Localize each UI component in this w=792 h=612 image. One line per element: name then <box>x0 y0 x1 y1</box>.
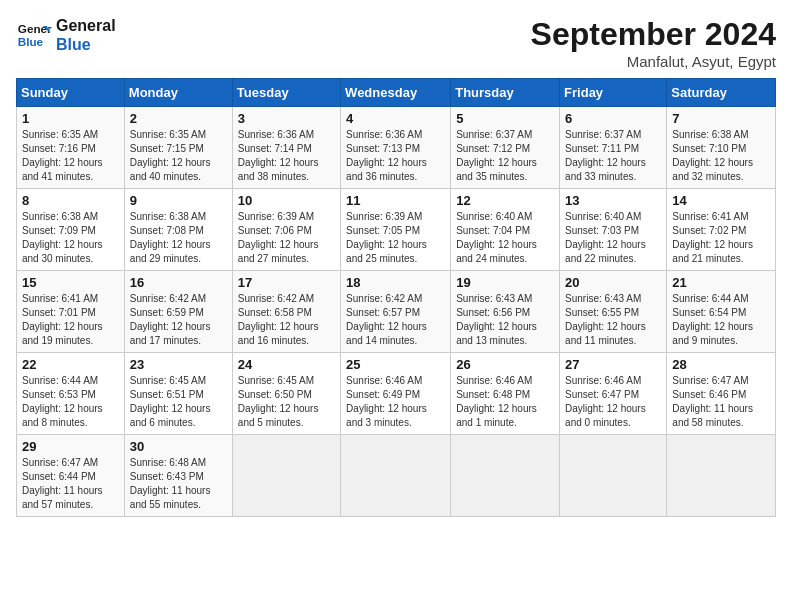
calendar-day-16: 16Sunrise: 6:42 AM Sunset: 6:59 PM Dayli… <box>124 271 232 353</box>
header-saturday: Saturday <box>667 79 776 107</box>
calendar-day-14: 14Sunrise: 6:41 AM Sunset: 7:02 PM Dayli… <box>667 189 776 271</box>
calendar-day-5: 5Sunrise: 6:37 AM Sunset: 7:12 PM Daylig… <box>451 107 560 189</box>
calendar-empty <box>232 435 340 517</box>
calendar-day-15: 15Sunrise: 6:41 AM Sunset: 7:01 PM Dayli… <box>17 271 125 353</box>
calendar-day-19: 19Sunrise: 6:43 AM Sunset: 6:56 PM Dayli… <box>451 271 560 353</box>
calendar-day-26: 26Sunrise: 6:46 AM Sunset: 6:48 PM Dayli… <box>451 353 560 435</box>
calendar-day-20: 20Sunrise: 6:43 AM Sunset: 6:55 PM Dayli… <box>560 271 667 353</box>
calendar-day-13: 13Sunrise: 6:40 AM Sunset: 7:03 PM Dayli… <box>560 189 667 271</box>
calendar-week-3: 15Sunrise: 6:41 AM Sunset: 7:01 PM Dayli… <box>17 271 776 353</box>
logo-general: General <box>56 16 116 35</box>
header: General Blue General Blue September 2024… <box>16 16 776 70</box>
calendar-day-24: 24Sunrise: 6:45 AM Sunset: 6:50 PM Dayli… <box>232 353 340 435</box>
title-area: September 2024 Manfalut, Asyut, Egypt <box>531 16 776 70</box>
calendar-day-9: 9Sunrise: 6:38 AM Sunset: 7:08 PM Daylig… <box>124 189 232 271</box>
calendar-day-22: 22Sunrise: 6:44 AM Sunset: 6:53 PM Dayli… <box>17 353 125 435</box>
calendar-empty <box>451 435 560 517</box>
calendar-header-row: SundayMondayTuesdayWednesdayThursdayFrid… <box>17 79 776 107</box>
logo: General Blue General Blue <box>16 16 116 54</box>
calendar-empty <box>667 435 776 517</box>
calendar-empty <box>341 435 451 517</box>
header-thursday: Thursday <box>451 79 560 107</box>
month-title: September 2024 <box>531 16 776 53</box>
calendar-day-3: 3Sunrise: 6:36 AM Sunset: 7:14 PM Daylig… <box>232 107 340 189</box>
calendar-empty <box>560 435 667 517</box>
calendar-week-2: 8Sunrise: 6:38 AM Sunset: 7:09 PM Daylig… <box>17 189 776 271</box>
calendar-table: SundayMondayTuesdayWednesdayThursdayFrid… <box>16 78 776 517</box>
calendar-day-18: 18Sunrise: 6:42 AM Sunset: 6:57 PM Dayli… <box>341 271 451 353</box>
calendar-day-1: 1Sunrise: 6:35 AM Sunset: 7:16 PM Daylig… <box>17 107 125 189</box>
calendar-week-4: 22Sunrise: 6:44 AM Sunset: 6:53 PM Dayli… <box>17 353 776 435</box>
calendar-day-8: 8Sunrise: 6:38 AM Sunset: 7:09 PM Daylig… <box>17 189 125 271</box>
svg-text:Blue: Blue <box>18 35 44 48</box>
calendar-day-28: 28Sunrise: 6:47 AM Sunset: 6:46 PM Dayli… <box>667 353 776 435</box>
calendar-day-23: 23Sunrise: 6:45 AM Sunset: 6:51 PM Dayli… <box>124 353 232 435</box>
calendar-day-10: 10Sunrise: 6:39 AM Sunset: 7:06 PM Dayli… <box>232 189 340 271</box>
header-friday: Friday <box>560 79 667 107</box>
logo-blue: Blue <box>56 35 116 54</box>
header-monday: Monday <box>124 79 232 107</box>
calendar-day-21: 21Sunrise: 6:44 AM Sunset: 6:54 PM Dayli… <box>667 271 776 353</box>
header-tuesday: Tuesday <box>232 79 340 107</box>
calendar-day-6: 6Sunrise: 6:37 AM Sunset: 7:11 PM Daylig… <box>560 107 667 189</box>
header-sunday: Sunday <box>17 79 125 107</box>
calendar-day-7: 7Sunrise: 6:38 AM Sunset: 7:10 PM Daylig… <box>667 107 776 189</box>
calendar-day-12: 12Sunrise: 6:40 AM Sunset: 7:04 PM Dayli… <box>451 189 560 271</box>
calendar-day-17: 17Sunrise: 6:42 AM Sunset: 6:58 PM Dayli… <box>232 271 340 353</box>
calendar-day-27: 27Sunrise: 6:46 AM Sunset: 6:47 PM Dayli… <box>560 353 667 435</box>
calendar-week-1: 1Sunrise: 6:35 AM Sunset: 7:16 PM Daylig… <box>17 107 776 189</box>
logo-icon: General Blue <box>16 17 52 53</box>
calendar-day-29: 29Sunrise: 6:47 AM Sunset: 6:44 PM Dayli… <box>17 435 125 517</box>
calendar-day-25: 25Sunrise: 6:46 AM Sunset: 6:49 PM Dayli… <box>341 353 451 435</box>
calendar-week-5: 29Sunrise: 6:47 AM Sunset: 6:44 PM Dayli… <box>17 435 776 517</box>
header-wednesday: Wednesday <box>341 79 451 107</box>
calendar-day-30: 30Sunrise: 6:48 AM Sunset: 6:43 PM Dayli… <box>124 435 232 517</box>
location-title: Manfalut, Asyut, Egypt <box>531 53 776 70</box>
calendar-day-11: 11Sunrise: 6:39 AM Sunset: 7:05 PM Dayli… <box>341 189 451 271</box>
calendar-day-4: 4Sunrise: 6:36 AM Sunset: 7:13 PM Daylig… <box>341 107 451 189</box>
calendar-day-2: 2Sunrise: 6:35 AM Sunset: 7:15 PM Daylig… <box>124 107 232 189</box>
